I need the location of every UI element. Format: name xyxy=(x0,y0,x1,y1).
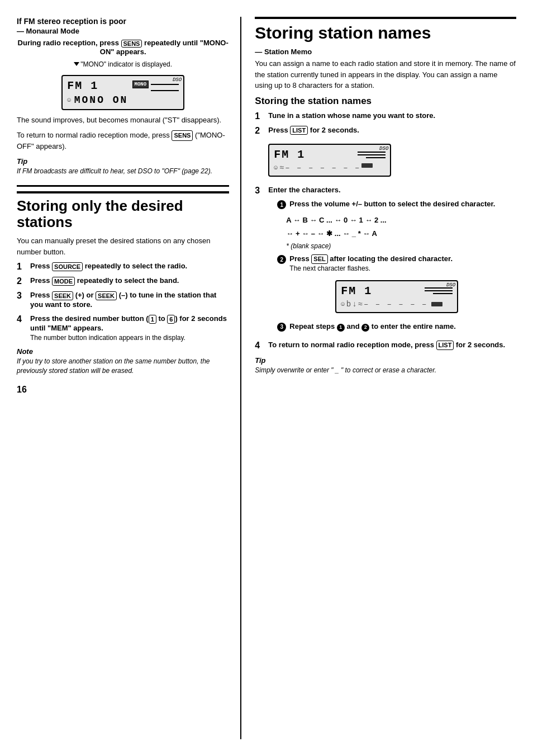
display-line-top2: FM 1 xyxy=(274,148,386,161)
station-memo-intro: You can assign a name to each radio stat… xyxy=(255,58,516,91)
sub-step-3-text: Repeat steps 1 and 2 to enter the entire… xyxy=(289,322,455,332)
tip-label-top: Tip xyxy=(17,157,229,166)
note-label: Note xyxy=(17,347,229,356)
tip-box-right: Tip Simply overwrite or enter " _ " to c… xyxy=(255,356,516,375)
mono-instruction: During radio reception, press SENS repea… xyxy=(17,39,229,56)
display-right-lines1: MONO xyxy=(132,81,179,91)
station-memo-subtitle: — Station Memo xyxy=(255,48,516,56)
sens-badge: SENS xyxy=(121,40,142,48)
display-mono-text: MONO ON xyxy=(74,94,129,106)
key-sequence: A ↔ B ↔ C ... ↔ 0 ↔ 1 ↔ 2 ... ↔ + ↔ – ↔ … xyxy=(286,214,516,240)
display-fm1: FM 1 xyxy=(67,79,98,92)
display-right-lines3 xyxy=(425,287,453,294)
sn-step-item-1: 1 Tune in a station whose name you want … xyxy=(255,111,516,121)
storing-names-title: Storing station names xyxy=(255,17,516,42)
sn-step-item-3: 3 Enter the characters. 1 Press the volu… xyxy=(255,186,516,336)
display-bottom-mono: ☺ MONO ON xyxy=(67,94,128,106)
storing-steps-list: 1 Press SOURCE repeatedly to select the … xyxy=(17,262,229,342)
display-right-lines2 xyxy=(358,152,386,158)
mono-badge: MONO xyxy=(132,81,149,88)
mode-badge: MODE xyxy=(52,277,75,286)
display-bar-2 xyxy=(361,163,373,168)
monaural-subtitle: — Monaural Mode xyxy=(17,27,229,35)
display-box-3: DSO FM 1 xyxy=(335,280,458,313)
sub-step-2: 2 Press SEL after locating the desired c… xyxy=(277,254,516,318)
sn-step-text-3: Enter the characters. xyxy=(268,186,340,194)
step-item-3: 3 Press SEEK (+) or SEEK (–) to tune in … xyxy=(17,291,229,310)
display2-container: DSO FM 1 ☺ xyxy=(268,139,391,181)
page-number: 16 xyxy=(17,385,229,395)
mono-para2: To return to normal radio reception mode… xyxy=(17,130,229,152)
sub-step-2-sub: The next character flashes. xyxy=(289,264,370,272)
left-column: If FM stereo reception is poor — Monaura… xyxy=(17,17,241,739)
circle-3: 3 xyxy=(277,323,286,332)
key-seq-line1: A ↔ B ↔ C ... ↔ 0 ↔ 1 ↔ 2 ... xyxy=(286,214,516,226)
display-line-top1: FM 1 MONO xyxy=(67,79,179,92)
disp2-hline2 xyxy=(358,154,386,155)
sens-badge2: SENS xyxy=(172,130,193,141)
tip-box-top: Tip If FM broadcasts are difficult to he… xyxy=(17,157,229,176)
sub-step-3: 3 Repeat steps 1 and 2 to enter the enti… xyxy=(277,322,516,332)
sub-step-1-header: 1 Press the volume +/– button to select … xyxy=(277,200,516,209)
display-line-top3: FM 1 xyxy=(341,285,453,297)
list-badge: LIST xyxy=(290,126,308,135)
tip-label-right: Tip xyxy=(255,356,516,365)
display-hline2 xyxy=(151,90,179,91)
page: If FM stereo reception is poor — Monaura… xyxy=(0,0,533,756)
tip-text-right: Simply overwrite or enter " _ " to corre… xyxy=(255,366,516,375)
storing-stations-intro: You can manually preset the desired stat… xyxy=(17,235,229,257)
seek-plus-badge: SEEK xyxy=(52,291,73,300)
step-item-1: 1 Press SOURCE repeatedly to select the … xyxy=(17,262,229,272)
circle-2: 2 xyxy=(277,255,286,264)
disp2-hline3 xyxy=(366,157,386,158)
sn-step-num-2: 2 xyxy=(255,126,264,136)
section-divider-left xyxy=(17,185,229,187)
monaural-section: If FM stereo reception is poor — Monaura… xyxy=(17,17,229,176)
step-text-2: Press MODE repeatedly to select the band… xyxy=(30,276,179,286)
mono-indicator-text: "MONO" indicator is displayed. xyxy=(80,60,172,68)
sn-step-num-4: 4 xyxy=(255,341,264,351)
display-icon-mono: ☺ xyxy=(67,97,71,103)
sn-step-item-2: 2 Press LIST for 2 seconds. DSO FM 1 xyxy=(255,126,516,182)
sn-step-text-2: Press LIST for 2 seconds. xyxy=(268,126,359,134)
num1-badge: 1 xyxy=(149,315,156,324)
num6-badge: 6 xyxy=(167,315,175,324)
step-text-1: Press SOURCE repeatedly to select the ra… xyxy=(30,262,187,271)
display-corner3: DSO xyxy=(446,282,455,288)
display-icon-2: ☺ xyxy=(274,164,278,171)
display-icon-3: ☺ xyxy=(341,301,345,308)
list-badge2: LIST xyxy=(436,341,454,349)
step-text-3: Press SEEK (+) or SEEK (–) to tune in th… xyxy=(30,291,229,310)
step-num-4: 4 xyxy=(17,314,26,324)
tip-text-top: If FM broadcasts are difficult to hear, … xyxy=(17,167,229,176)
sub-step-2-header: 2 Press SEL after locating the desired c… xyxy=(277,254,516,272)
display-hline1 xyxy=(151,84,179,85)
content-columns: If FM stereo reception is poor — Monaura… xyxy=(17,17,516,739)
display-dashes-2: ≈– – – – – – – xyxy=(279,163,361,172)
display-corner2: DSO xyxy=(379,146,388,152)
display-bottom-2: ☺ ≈– – – – – – – xyxy=(274,163,375,172)
right-column: Storing station names — Station Memo You… xyxy=(241,17,516,739)
sn-step-item-4: 4 To return to normal radio reception mo… xyxy=(255,341,516,351)
ref-circle-2: 2 xyxy=(361,324,369,332)
display-fm2: FM 1 xyxy=(274,148,305,161)
step-sub-text-4: The number button indication appears in … xyxy=(30,334,185,342)
sn-step-num-1: 1 xyxy=(255,111,264,121)
sel-badge: SEL xyxy=(311,254,327,263)
display-bar-3 xyxy=(431,302,442,306)
sub-step-1: 1 Press the volume +/– button to select … xyxy=(277,200,516,250)
source-badge: SOURCE xyxy=(52,262,83,271)
storing-station-names-header: Storing the station names xyxy=(255,96,516,107)
note-text: If you try to store another station on t… xyxy=(17,357,229,376)
mono-para1: The sound improves, but becomes monaural… xyxy=(17,115,229,126)
station-name-steps-list: 1 Tune in a station whose name you want … xyxy=(255,111,516,351)
sub-step-3-header: 3 Repeat steps 1 and 2 to enter the enti… xyxy=(277,322,516,332)
display-bottom-3: ☺ b↓≈– – – – – – xyxy=(341,300,442,309)
disp3-hline3 xyxy=(433,293,453,294)
display-box-mono: DSO FM 1 MONO ☺ xyxy=(61,75,184,110)
step-item-4: 4 Press the desired number button (1 to … xyxy=(17,314,229,342)
step-item-2: 2 Press MODE repeatedly to select the ba… xyxy=(17,276,229,286)
sn-step-text-4: To return to normal radio reception mode… xyxy=(268,341,505,350)
step-num-1: 1 xyxy=(17,262,26,272)
ref-circle-1: 1 xyxy=(337,324,345,332)
